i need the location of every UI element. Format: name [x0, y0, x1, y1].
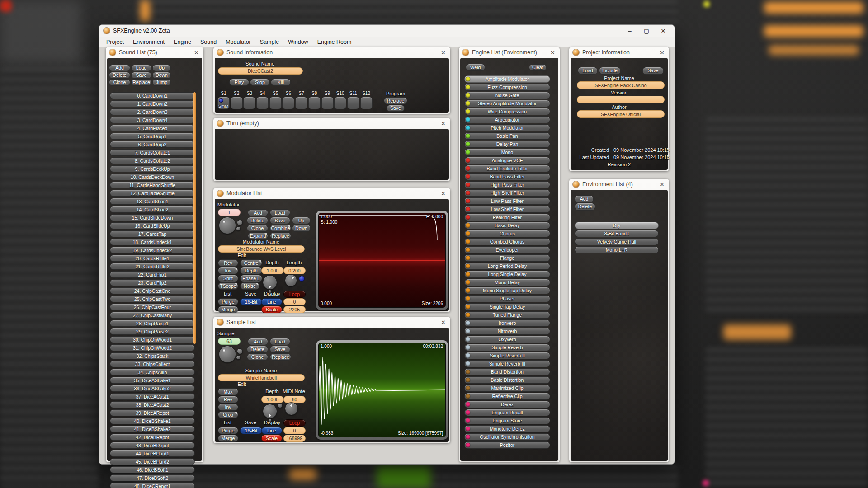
menu-item[interactable]: Environment — [128, 38, 169, 47]
sample-end-field[interactable]: 168999 — [283, 435, 306, 442]
mod-rev-button[interactable]: Rev — [218, 259, 238, 267]
sound-list-item[interactable]: 39. DiceARepot — [110, 409, 195, 416]
sample-loop-button[interactable]: Loop — [283, 419, 306, 427]
sample-depth-field[interactable]: 1.000 — [261, 396, 284, 403]
engine-list-item[interactable]: Long Single Delay — [464, 271, 550, 278]
project-name-field[interactable]: SFXEngine Pack Casino — [577, 81, 665, 89]
sound-list-item[interactable]: 16. CardSlideUp — [110, 222, 195, 229]
engine-list-item[interactable]: Oscillator Synchronisation — [464, 433, 550, 441]
sound-list-item[interactable]: 10. CardsDeckDown — [110, 174, 195, 180]
window-titlebar[interactable]: SFXEngine v2.00 Zeta – ▢ ✕ — [99, 25, 675, 37]
close-icon[interactable]: ✕ — [440, 190, 447, 197]
menu-item[interactable]: Sound — [196, 38, 221, 47]
sound-slot[interactable] — [347, 97, 359, 109]
modulator-display[interactable]: 1.000 S: 1.000 E: 0.000 0.000 Size: 2206 — [318, 213, 446, 308]
engine-list-item[interactable]: Amplitude Modulator — [464, 75, 550, 83]
engine-list-item[interactable]: Pitch Modulator — [464, 124, 550, 131]
sound-list-item[interactable]: 25. ChipCastTwo — [110, 296, 195, 302]
engine-list-item[interactable]: Flange — [464, 254, 550, 262]
sound-list-item[interactable]: 48. DiceCRepot1 — [110, 483, 195, 488]
engine-list-item[interactable]: Stereo Amplitude Modulator — [464, 100, 550, 107]
project-save-button[interactable]: Save — [642, 67, 664, 75]
sample-load-button[interactable]: Load — [270, 338, 290, 345]
mod-merge-button[interactable]: Merge — [218, 306, 238, 313]
sample-display[interactable]: 1.000 00:03.832 -0.983 Size: 169000 [675… — [318, 343, 446, 437]
sound-list-item[interactable]: 1. CardDown2 — [110, 100, 195, 107]
sound-list-item[interactable]: 5. CardDrop1 — [110, 133, 195, 140]
engine-list-item[interactable]: Long Period Delay — [464, 263, 550, 270]
sample-select-knob[interactable] — [219, 346, 236, 363]
engine-list-item[interactable]: Tuned Flange — [464, 311, 550, 319]
sound-list-item[interactable]: 33. ChipsCollect — [110, 361, 195, 367]
engine-list-item[interactable]: Single Tap Delay — [464, 303, 550, 310]
mod-replace-button[interactable]: Replace — [270, 232, 291, 239]
sound-list-item[interactable]: 47. DiceBSoft2 — [110, 474, 195, 481]
modulator-number-field[interactable]: 1 — [218, 209, 241, 216]
project-include-button[interactable]: Include — [599, 67, 621, 75]
midi-note-field[interactable]: 60 — [283, 396, 306, 403]
weld-button[interactable]: Weld — [466, 64, 485, 71]
sound-list-item[interactable]: 24. ChipCastOne — [110, 287, 195, 294]
engine-list-item[interactable]: Engram Store — [464, 417, 550, 424]
mod-16bit-button[interactable]: 16-Bit — [240, 298, 262, 305]
author-field[interactable]: SFXEngine Official — [577, 110, 665, 118]
mod-add-button[interactable]: Add — [248, 209, 268, 216]
length-value-field[interactable]: 0.200 — [283, 267, 306, 274]
mod-up-button[interactable]: Up — [292, 217, 311, 224]
sound-save-button[interactable]: Save — [131, 72, 151, 79]
engine-list-item[interactable]: Simple Reverb — [464, 344, 550, 351]
mod-delete-button[interactable]: Delete — [247, 217, 268, 224]
sound-list-item[interactable]: 44. DiceBHard1 — [110, 450, 195, 457]
sound-slot[interactable] — [269, 97, 282, 109]
maximize-button[interactable]: ▢ — [640, 26, 653, 35]
close-icon[interactable]: ✕ — [659, 49, 665, 56]
engine-list-item[interactable]: Positor — [464, 441, 550, 449]
sample-16bit-button[interactable]: 16-Bit — [240, 427, 262, 434]
sound-list-item[interactable]: 45. DiceBHard2 — [110, 458, 195, 465]
sound-slot[interactable] — [295, 97, 307, 109]
version-field[interactable] — [577, 96, 665, 103]
sound-list-item[interactable]: 21. CardsRiffle2 — [110, 263, 195, 270]
minimize-button[interactable]: – — [623, 26, 637, 35]
sound-list-item[interactable]: 46. DiceBSoft1 — [110, 466, 195, 473]
sound-list-item[interactable]: 9. CardsDeckUp — [110, 165, 195, 172]
sound-list-item[interactable]: 27. ChipCastMany — [110, 312, 195, 319]
mod-clone-button[interactable]: Clone — [247, 225, 268, 232]
midi-note-knob[interactable] — [285, 402, 298, 415]
sample-clone-button[interactable]: Clone — [247, 353, 268, 361]
engine-list-item[interactable]: Analogue VCF — [464, 157, 550, 164]
engine-list-item[interactable]: Basic Pan — [464, 132, 550, 140]
engine-list-item[interactable]: Oxyverb — [464, 336, 550, 343]
sound-list-item[interactable]: 12. CardTableShuffle — [110, 190, 195, 197]
sound-slot[interactable] — [243, 97, 255, 109]
sample-start-field[interactable]: 0 — [283, 427, 306, 434]
mod-start-field[interactable]: 0 — [283, 298, 306, 305]
engine-list-item[interactable]: Reflective Clip — [464, 393, 550, 400]
sound-list-item[interactable]: 34. ChipsAllIn — [110, 369, 195, 375]
mod-depth-button[interactable]: Depth — [240, 267, 262, 274]
sound-slot[interactable] — [360, 97, 373, 109]
project-load-button[interactable]: Load — [578, 67, 598, 75]
sample-purge-button[interactable]: Purge — [218, 427, 238, 434]
engine-list-item[interactable]: Fuzz Compression — [464, 84, 550, 91]
sound-list-item[interactable]: 19. CardsUndeck2 — [110, 247, 195, 253]
sample-replace-button[interactable]: Replace — [270, 353, 291, 361]
sound-list-item[interactable]: 40. DiceBShake1 — [110, 418, 195, 424]
mod-inv-button[interactable]: Inv — [218, 267, 238, 274]
engine-list-item[interactable]: Arpeggiator — [464, 116, 550, 123]
close-icon[interactable]: ✕ — [440, 319, 447, 326]
menu-item[interactable]: Sample — [255, 38, 283, 47]
sound-list-item[interactable]: 6. CardDrop2 — [110, 141, 195, 148]
engine-list-item[interactable]: Delay Pan — [464, 141, 550, 148]
engine-list-item[interactable]: Wire Compression — [464, 108, 550, 115]
sample-rev-button[interactable]: Rev — [218, 396, 238, 403]
engine-list-item[interactable]: Basic Delay — [464, 222, 550, 229]
menu-item[interactable]: Project — [102, 38, 128, 47]
menu-item[interactable]: Engine — [169, 38, 196, 47]
environment-delete-button[interactable]: Delete — [575, 203, 595, 211]
program-save-button[interactable]: Save — [387, 105, 405, 112]
sound-list-item[interactable]: 11. CardsHandShuffle — [110, 182, 195, 188]
sound-list-item[interactable]: 15. CardSlideDown — [110, 214, 195, 221]
sound-slot[interactable] — [282, 97, 294, 109]
sample-crop-button[interactable]: Crop — [218, 411, 238, 418]
